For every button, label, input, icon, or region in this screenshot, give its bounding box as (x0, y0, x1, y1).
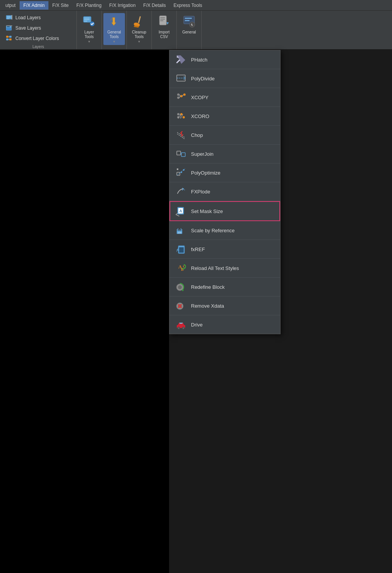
general2-icon (182, 15, 196, 28)
fxref-label: fxREF (191, 247, 205, 252)
ribbon-group-import-csv: ImportCSV (152, 11, 177, 49)
general-tools-button[interactable]: GeneralTools ▼ (103, 13, 125, 45)
svg-point-36 (177, 113, 179, 115)
svg-rect-1 (7, 16, 11, 17)
svg-rect-22 (160, 17, 165, 18)
chop-icon (175, 129, 187, 141)
load-layers-button[interactable]: Load Layers (3, 13, 73, 22)
svg-rect-12 (9, 36, 12, 38)
svg-rect-15 (84, 18, 90, 18)
cleanup-tools-button[interactable]: CleanupTools ▼ (128, 13, 150, 45)
xcopy-item[interactable]: XCOPY (169, 88, 280, 107)
drive-item[interactable]: Drive (169, 315, 280, 334)
fxref-item[interactable]: fxREF (169, 240, 280, 259)
general2-label: General (182, 30, 196, 35)
polydivide-label: PolyDivide (191, 76, 214, 82)
svg-text:100: 100 (178, 232, 182, 234)
xcopy-label: XCOPY (191, 95, 209, 100)
polyoptimize-icon (175, 167, 187, 179)
fxref-icon (175, 243, 187, 255)
cleanup-tools-icon (132, 15, 146, 28)
main-content-area (0, 50, 169, 573)
xcoro-label: XCORO (191, 113, 209, 119)
reload-all-text-styles-icon: A B C (175, 262, 187, 274)
reload-all-text-styles-label: Reload All Text Styles (191, 265, 239, 271)
remove-xdata-item[interactable]: Remove Xdata (169, 296, 280, 315)
set-mask-size-item[interactable]: A Set Mask Size (169, 201, 280, 221)
layer-tools-arrow: ▼ (88, 40, 91, 43)
fxplode-item[interactable]: FXPlode (169, 182, 280, 201)
reload-all-text-styles-item[interactable]: A B C Reload All Text Styles (169, 259, 280, 278)
chop-label: Chop (191, 132, 203, 138)
phatch-item[interactable]: PHatch (169, 50, 280, 69)
load-layers-label: Load Layers (15, 15, 41, 20)
convert-layer-colors-button[interactable]: Convert Layer Colors (3, 34, 73, 43)
redefine-block-item[interactable]: Redefine Block (169, 278, 280, 296)
layer-tools-button[interactable]: LayerTools ▼ (78, 13, 100, 45)
ribbon-group-cleanup-tools: CleanupTools ▼ (127, 11, 152, 49)
load-layers-icon (5, 14, 13, 22)
svg-rect-43 (177, 151, 181, 155)
save-layers-button[interactable]: Save Layers (3, 23, 73, 33)
svg-rect-23 (160, 19, 165, 20)
cleanup-tools-arrow: ▼ (138, 40, 141, 43)
svg-point-34 (180, 95, 183, 97)
scale-by-reference-icon: 100 (175, 224, 187, 237)
menu-bar: utput F/X Admin F/X Site F/X Planting F/… (0, 0, 392, 11)
menu-item-output[interactable]: utput (2, 1, 20, 10)
svg-point-32 (177, 93, 179, 96)
polydivide-item[interactable]: PolyDivide (169, 69, 280, 88)
fxplode-label: FXPlode (191, 189, 210, 195)
chop-item[interactable]: Chop (169, 126, 280, 145)
svg-rect-2 (7, 17, 11, 18)
svg-rect-46 (177, 168, 178, 170)
phatch-icon (175, 53, 187, 66)
menu-item-fxirrigation[interactable]: F/X Irrigation (105, 1, 140, 10)
svg-text:A: A (179, 208, 182, 213)
fxplode-icon (175, 185, 187, 198)
svg-point-35 (183, 93, 186, 96)
svg-point-63 (178, 285, 182, 289)
menu-item-fxadmin[interactable]: F/X Admin (20, 1, 48, 10)
polyoptimize-item[interactable]: PolyOptimize (169, 163, 280, 182)
ribbon: Load Layers Save Layers (0, 11, 392, 49)
polydivide-icon (175, 72, 187, 85)
svg-point-70 (178, 328, 179, 329)
general-tools-label: GeneralTools (107, 30, 121, 39)
scale-by-reference-item[interactable]: 100 Scale by Reference (169, 221, 280, 240)
import-csv-button[interactable]: ImportCSV (153, 13, 175, 41)
menu-item-fxsite[interactable]: F/X Site (48, 1, 73, 10)
redefine-block-label: Redefine Block (191, 284, 224, 290)
general-tools-icon (107, 15, 121, 28)
svg-rect-4 (12, 15, 12, 20)
menu-item-fxdetails[interactable]: F/X Details (140, 1, 170, 10)
xcopy-icon (175, 91, 187, 103)
svg-rect-13 (9, 38, 12, 40)
polyoptimize-label: PolyOptimize (191, 170, 221, 176)
convert-layer-colors-label: Convert Layer Colors (15, 36, 59, 41)
svg-rect-26 (185, 18, 192, 19)
svg-rect-24 (160, 20, 163, 21)
save-layers-label: Save Layers (15, 25, 41, 31)
menu-item-expresstools[interactable]: Express Tools (170, 1, 206, 10)
menu-item-fxplanting[interactable]: F/X Planting (73, 1, 105, 10)
superjoin-item[interactable]: SuperJoin (169, 145, 280, 163)
remove-xdata-icon (175, 300, 187, 312)
ribbon-group-layers: Load Layers Save Layers (0, 11, 77, 49)
general-tools-dropdown: PHatch PolyDivide XCOPY (169, 50, 281, 334)
svg-point-42 (181, 133, 182, 135)
svg-point-48 (183, 169, 184, 171)
xcoro-item[interactable]: XCORO (169, 107, 280, 126)
svg-rect-27 (185, 20, 189, 21)
svg-point-39 (183, 116, 185, 118)
drive-label: Drive (191, 322, 203, 328)
general2-button[interactable]: General (178, 13, 200, 36)
redefine-block-icon (175, 281, 187, 293)
drive-icon (175, 318, 187, 331)
superjoin-icon (175, 148, 187, 160)
svg-rect-11 (6, 38, 8, 40)
layer-tools-icon (82, 15, 96, 28)
svg-rect-9 (6, 25, 12, 26)
svg-rect-3 (7, 18, 9, 19)
xcoro-icon (175, 110, 187, 122)
